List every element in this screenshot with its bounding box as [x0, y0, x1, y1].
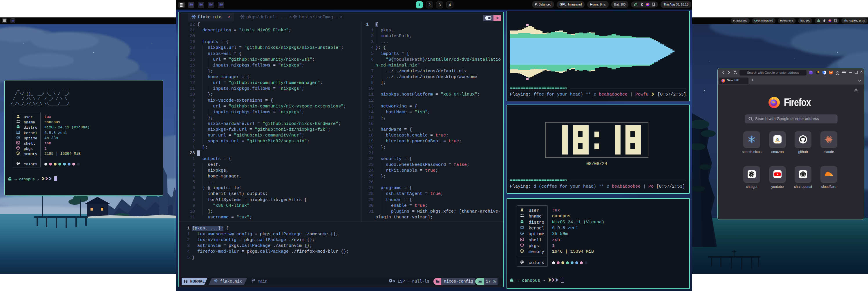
svg-text:a: a — [776, 136, 779, 142]
